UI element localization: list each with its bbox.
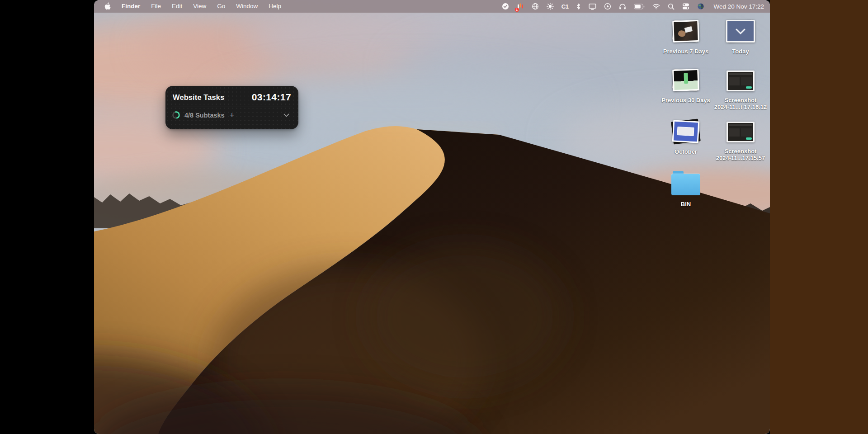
add-subtask-button[interactable]: + xyxy=(230,112,235,118)
subtasks-label: 4/8 Subtasks xyxy=(184,112,225,119)
search-icon[interactable] xyxy=(668,0,675,13)
timer-widget-header: Website Tasks 03:14:17 xyxy=(165,86,298,103)
timer-task-title: Website Tasks xyxy=(173,93,224,102)
screenshot-file-icon xyxy=(726,71,755,91)
timer-widget-footer: 4/8 Subtasks + xyxy=(165,107,298,119)
bluetooth-icon[interactable] xyxy=(576,0,581,13)
icon-label: October xyxy=(675,148,697,155)
menu-item-view[interactable]: View xyxy=(193,0,206,13)
chevron-down-icon[interactable] xyxy=(283,113,289,117)
icon-label: Screenshot 2024-11...17.15.57 xyxy=(716,148,765,161)
menu-item-finder[interactable]: Finder xyxy=(122,0,140,13)
notification-badge: 1 xyxy=(515,8,519,12)
menu-bar: Finder File Edit View Go Window Help xyxy=(94,0,770,13)
desktop-icon-today[interactable]: Today xyxy=(712,20,769,55)
desktop-icon-october[interactable]: October xyxy=(658,120,714,155)
icon-label: Today xyxy=(732,48,749,55)
wifi-icon[interactable] xyxy=(652,0,660,13)
photo-stack-icon xyxy=(671,120,700,143)
menu-item-window[interactable]: Window xyxy=(236,0,258,13)
icon-label: Screenshot 2024-11...t 17.16.12 xyxy=(714,97,767,110)
apple-menu-icon[interactable] xyxy=(104,2,111,10)
folder-icon xyxy=(671,171,700,195)
subtask-progress-ring xyxy=(172,111,180,119)
menu-item-edit[interactable]: Edit xyxy=(172,0,182,13)
icon-label: Previous 30 Days xyxy=(661,97,710,104)
timer-elapsed-time: 03:14:17 xyxy=(252,92,291,103)
desktop-icon-screenshot-2[interactable]: Screenshot 2024-11...17.15.57 xyxy=(712,122,769,161)
desktop-icon-screenshot-1[interactable]: Screenshot 2024-11...t 17.16.12 xyxy=(712,71,769,110)
check-circle-icon[interactable] xyxy=(502,0,509,13)
mac-screen: Finder File Edit View Go Window Help xyxy=(94,0,770,434)
headphones-icon[interactable] xyxy=(619,0,626,13)
photo-stack-icon xyxy=(671,20,700,42)
play-circle-icon[interactable] xyxy=(604,0,611,13)
menu-bar-status: 1 xyxy=(502,0,770,13)
icon-label: Previous 7 Days xyxy=(663,48,708,55)
menu-item-go[interactable]: Go xyxy=(217,0,225,13)
photo-stack-icon xyxy=(671,69,700,91)
app-notification-icon[interactable]: 1 xyxy=(517,0,524,13)
capture-one-icon[interactable]: C1 xyxy=(561,0,569,13)
earth-icon[interactable] xyxy=(697,0,704,13)
menu-item-help[interactable]: Help xyxy=(269,0,281,13)
display-icon[interactable] xyxy=(589,0,596,13)
icon-label: BIN xyxy=(681,201,691,208)
screenshot-file-icon xyxy=(726,122,755,142)
desktop-icon-bin[interactable]: BIN xyxy=(658,171,714,208)
screenshot-stack-icon xyxy=(726,20,755,42)
menu-item-file[interactable]: File xyxy=(151,0,161,13)
timer-widget[interactable]: Website Tasks 03:14:17 4/8 Subtasks + xyxy=(165,86,298,129)
globe-icon[interactable] xyxy=(532,0,539,13)
stage: Finder File Edit View Go Window Help xyxy=(0,0,868,434)
sun-icon[interactable] xyxy=(547,0,554,13)
menu-bar-clock[interactable]: Wed 20 Nov 17:22 xyxy=(713,3,764,10)
battery-icon[interactable] xyxy=(634,0,645,13)
desktop-icon-previous-7-days[interactable]: Previous 7 Days xyxy=(658,20,714,55)
mojave-wallpaper xyxy=(94,0,770,434)
menu-bar-left: Finder File Edit View Go Window Help xyxy=(94,0,281,13)
desktop-icon-previous-30-days[interactable]: Previous 30 Days xyxy=(658,69,714,104)
toggles-icon[interactable] xyxy=(682,0,689,13)
right-letterbox xyxy=(770,0,868,434)
